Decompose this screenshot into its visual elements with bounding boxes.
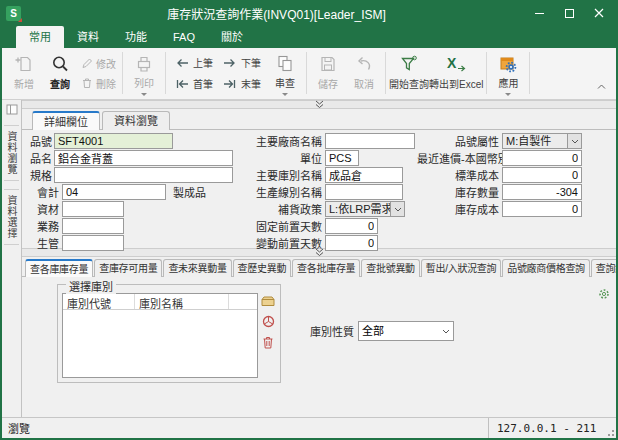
main-supplier-field[interactable]: [325, 133, 415, 149]
select-warehouse-groupbox: 選擇庫別 庫別代號 庫別名稱: [57, 284, 281, 383]
accounting-field[interactable]: [62, 184, 166, 200]
tab-warehouse-stock[interactable]: 查各庫庫存量: [25, 259, 93, 277]
item-no-field[interactable]: [54, 133, 173, 149]
warehouse-name-header: 庫別名稱: [135, 294, 229, 309]
close-icon: [594, 8, 604, 18]
production-ctrl-field[interactable]: [62, 235, 124, 251]
side-tab-data-select[interactable]: 資料選擇: [4, 189, 19, 245]
replenish-policy-select[interactable]: L:依LRP需求: [325, 201, 405, 217]
delete-label: 刪除: [96, 76, 116, 91]
tab-supplier-price[interactable]: 品號廠商價格查詢: [502, 259, 590, 277]
material-field[interactable]: [62, 201, 124, 217]
printer-icon: [134, 54, 154, 73]
ribbon-tab-about[interactable]: 關於: [208, 26, 256, 48]
chain-label: 串查: [275, 75, 295, 90]
item-name-field[interactable]: [54, 150, 233, 166]
warehouse-nature-select[interactable]: 全部: [358, 321, 454, 341]
unit-field[interactable]: [325, 150, 359, 166]
chevron-down-icon: [571, 139, 579, 144]
variable-lead-days-field[interactable]: [325, 235, 378, 251]
item-attribute-value: M:自製件: [502, 133, 567, 149]
tab-query-result[interactable]: 查詢結果: [591, 259, 616, 277]
detail-form: 品號 品名 規格 會計製成品 資材 業務 生管 主要廠商名稱 單位 主要庫別名稱…: [22, 130, 616, 248]
apply-dropdown-caret-icon: [505, 93, 511, 96]
trash-red-icon: [262, 336, 274, 349]
production-line-field[interactable]: [325, 184, 403, 200]
add-label: 新增: [14, 76, 34, 91]
tab-future-movement[interactable]: 查未來異動量: [163, 259, 231, 277]
main-warehouse-label: 主要庫別名稱: [237, 167, 322, 183]
ribbon-tab-home[interactable]: 常用: [16, 26, 64, 48]
main-warehouse-field[interactable]: [325, 167, 403, 183]
tab-detail-fields[interactable]: 詳細欄位: [32, 111, 100, 130]
export-excel-label: 轉出到Excel: [429, 76, 483, 91]
start-query-button[interactable]: 開始查詢: [389, 50, 429, 96]
ribbon-tab-faq[interactable]: FAQ: [160, 26, 208, 48]
tab-batch-stock[interactable]: 查各批庫存量: [292, 259, 360, 277]
delete-button[interactable]: 刪除: [81, 76, 116, 91]
side-tab-data-browse[interactable]: 資料瀏覽: [4, 125, 19, 181]
apply-button[interactable]: 應用: [490, 50, 526, 96]
prev-record-button[interactable]: 上筆: [175, 55, 213, 70]
first-record-button[interactable]: 首筆: [175, 76, 213, 91]
stock-qty-field[interactable]: [502, 184, 582, 200]
open-box-icon: [261, 295, 275, 307]
app-logo-icon: S: [6, 6, 21, 21]
warehouse-delete-button[interactable]: [262, 336, 274, 351]
detail-tab-strip: 詳細欄位 資料瀏覽: [22, 109, 616, 130]
ribbon-tab-function[interactable]: 功能: [112, 26, 160, 48]
chain-query-button[interactable]: 串查: [267, 50, 303, 96]
start-query-label: 開始查詢: [389, 76, 429, 91]
sales-field[interactable]: [62, 218, 124, 234]
panel-settings-button[interactable]: [597, 287, 611, 303]
cancel-button[interactable]: 取消: [346, 50, 382, 96]
unit-label: 單位: [237, 150, 322, 166]
dock-panel-icon[interactable]: [6, 101, 18, 119]
warehouse-table[interactable]: 庫別代號 庫別名稱: [62, 293, 258, 378]
maximize-icon: [565, 9, 574, 18]
standard-cost-field[interactable]: [502, 167, 582, 183]
status-connection-text: 127.0.0.1 - 211: [488, 418, 616, 438]
last-record-button[interactable]: 末筆: [223, 76, 261, 91]
tab-history-movement[interactable]: 查歷史異動: [233, 259, 292, 277]
chevron-down-icon: [442, 329, 450, 334]
add-record-icon: [14, 54, 34, 74]
chevron-up-icon: [597, 84, 606, 90]
ribbon-tab-data[interactable]: 資料: [64, 26, 112, 48]
title-bar: S 庫存狀況查詢作業(INVQ01)[Leader_ISM]: [2, 0, 616, 26]
search-icon: [50, 54, 70, 74]
tab-data-browse[interactable]: 資料瀏覽: [102, 111, 170, 130]
stock-cost-field[interactable]: [502, 201, 582, 217]
item-no-label: 品號: [30, 133, 51, 149]
next-label: 下筆: [241, 55, 261, 70]
minimize-button[interactable]: [526, 3, 552, 23]
print-button[interactable]: 列印: [126, 50, 162, 96]
chain-dropdown-caret-icon: [282, 93, 288, 96]
apply-window-gear-icon: [498, 54, 518, 73]
modify-button[interactable]: 修改: [81, 56, 116, 71]
tab-temp-inout[interactable]: 暫出/入狀況查詢: [421, 259, 501, 277]
upper-splitter-bar[interactable]: [22, 100, 616, 109]
fixed-lead-days-field[interactable]: [325, 218, 378, 234]
save-button[interactable]: 儲存: [310, 50, 346, 96]
add-button[interactable]: 新增: [6, 50, 42, 96]
close-button[interactable]: [586, 3, 612, 23]
accounting-category-text: 製成品: [173, 184, 206, 200]
next-record-button[interactable]: 下筆: [223, 55, 261, 70]
query-button[interactable]: 查詢: [42, 50, 78, 96]
query-label: 查詢: [50, 76, 70, 91]
recent-price-field[interactable]: [502, 150, 582, 166]
item-attribute-select[interactable]: M:自製件: [502, 133, 582, 149]
export-excel-button[interactable]: X 轉出到Excel: [429, 50, 483, 96]
minimize-icon: [535, 13, 544, 14]
apply-label: 應用: [498, 75, 518, 90]
ribbon-collapse-button[interactable]: [597, 76, 606, 94]
warehouse-clear-button[interactable]: [262, 315, 275, 330]
warehouse-select-button[interactable]: [261, 295, 275, 309]
resize-grip[interactable]: [612, 434, 614, 436]
double-chevron-down-icon: [315, 100, 324, 109]
spec-field[interactable]: [54, 167, 233, 183]
tab-available-stock[interactable]: 查庫存可用量: [94, 259, 162, 277]
tab-batch-movement[interactable]: 查批號異動: [361, 259, 420, 277]
maximize-button[interactable]: [556, 3, 582, 23]
